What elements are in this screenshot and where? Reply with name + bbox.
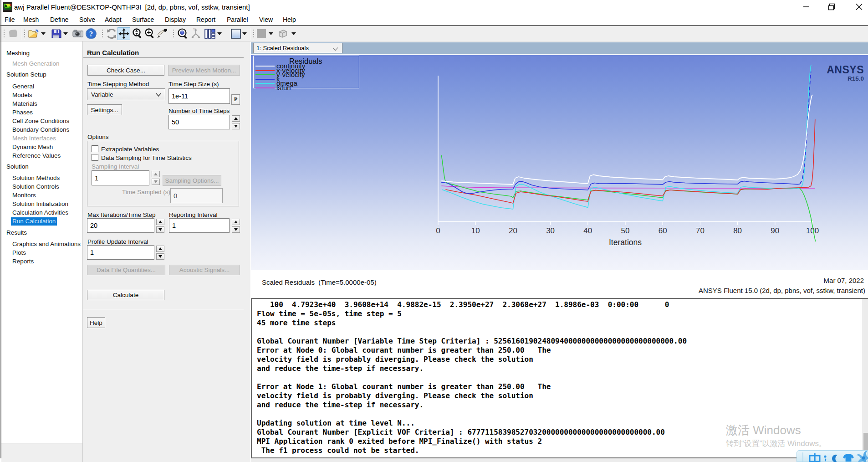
series-continuity — [441, 95, 812, 185]
ime-flower-icon[interactable] — [856, 451, 868, 462]
profile-update-interval-input[interactable]: 1 — [87, 245, 154, 260]
sidebar-item-mesh-generation[interactable]: Mesh Generation — [12, 60, 60, 68]
restore-button[interactable] — [818, 0, 839, 14]
sidebar-item-plots[interactable]: Plots — [12, 249, 26, 257]
toolbar-grip[interactable] — [3, 29, 5, 39]
profile-p-button[interactable]: P — [231, 94, 240, 105]
sampling-options-button[interactable]: Sampling Options... — [163, 175, 221, 186]
axes-orient-icon[interactable]: Y — [190, 28, 202, 40]
ime-punct-icon[interactable] — [824, 455, 826, 462]
graphics-canvas[interactable]: 0102030405060708090100Iterations Residua… — [251, 55, 868, 270]
spin-up-button[interactable] — [152, 171, 160, 177]
snapshot-camera-icon[interactable] — [72, 28, 84, 40]
sidebar-item-mesh-interfaces[interactable]: Mesh Interfaces — [12, 134, 56, 143]
graphics-window-selector[interactable]: 1: Scaled Residuals — [253, 43, 342, 53]
open-dropdown-caret[interactable] — [41, 32, 46, 35]
spin-up-button[interactable] — [156, 219, 164, 225]
zoom-in-icon[interactable] — [144, 28, 156, 40]
sidebar-item-models[interactable]: Models — [12, 91, 32, 99]
refresh-icon[interactable] — [106, 28, 117, 40]
menu-surface[interactable]: Surface — [132, 15, 154, 24]
shade-dropdown-caret[interactable] — [269, 32, 273, 35]
spin-down-button[interactable] — [152, 179, 160, 185]
sidebar-item-solution-initialization[interactable]: Solution Initialization — [12, 200, 68, 208]
menu-parallel[interactable]: Parallel — [227, 15, 248, 24]
menu-display[interactable]: Display — [165, 15, 186, 24]
sidebar-item-run-calculation[interactable]: Run Calculation — [11, 217, 57, 226]
menu-file[interactable]: File — [5, 15, 15, 24]
save-icon[interactable] — [51, 28, 62, 40]
menu-adapt[interactable]: Adapt — [105, 15, 122, 24]
sidebar-item-graphics-and-animations[interactable]: Graphics and Animations — [12, 240, 81, 248]
toolbar-grip[interactable] — [173, 29, 174, 39]
menu-view[interactable]: View — [259, 15, 273, 24]
toolbar-separator — [250, 28, 250, 40]
time-step-size-input[interactable]: 1e-11 — [168, 88, 230, 104]
menu-report[interactable]: Report — [196, 15, 215, 24]
pan-tool-active[interactable] — [117, 27, 130, 40]
ime-moon-icon[interactable] — [831, 453, 840, 462]
help-icon[interactable]: ? — [85, 28, 97, 40]
spin-down-button[interactable] — [156, 253, 164, 260]
sidebar-item-solution-methods[interactable]: Solution Methods — [12, 174, 60, 182]
ime-lang-icon[interactable] — [810, 453, 820, 462]
max-iterations-input[interactable]: 20 — [87, 218, 154, 233]
data-sampling-checkbox[interactable] — [92, 154, 98, 161]
sidebar-item-calculation-activities[interactable]: Calculation Activities — [12, 209, 68, 217]
cube-dropdown-caret[interactable] — [291, 32, 296, 35]
calculate-button[interactable]: Calculate — [87, 290, 164, 300]
check-case-button[interactable]: Check Case... — [87, 65, 164, 76]
toolbar-grip[interactable] — [253, 29, 255, 39]
menu-mesh[interactable]: Mesh — [23, 15, 39, 24]
background-gradient-icon[interactable] — [230, 28, 242, 40]
menu-define[interactable]: Define — [50, 15, 68, 24]
solid-shade-icon[interactable] — [255, 28, 267, 40]
console-scrollbar[interactable] — [863, 299, 868, 457]
help-button[interactable]: Help — [87, 317, 105, 328]
toolbar-grip[interactable] — [24, 29, 26, 39]
view-cube-icon[interactable] — [276, 28, 288, 40]
zoom-to-fit-icon[interactable] — [177, 28, 189, 40]
spin-down-button[interactable] — [232, 226, 240, 233]
open-folder-icon[interactable] — [28, 28, 40, 40]
sidebar-item-solution-controls[interactable]: Solution Controls — [12, 183, 59, 191]
sidebar-item-materials[interactable]: Materials — [12, 100, 37, 108]
toolbar-grip[interactable] — [102, 29, 103, 39]
preview-mesh-motion-button[interactable]: Preview Mesh Motion... — [168, 65, 240, 76]
mesh-disabled-icon[interactable] — [7, 28, 19, 40]
spin-up-button[interactable] — [156, 246, 164, 252]
spin-down-button[interactable] — [156, 226, 164, 233]
ime-toolbar[interactable] — [797, 450, 868, 462]
zoom-dolly-icon[interactable] — [132, 28, 143, 40]
spin-up-button[interactable] — [232, 219, 240, 225]
background-dropdown-caret[interactable] — [242, 32, 247, 35]
sidebar-item-cell-zone-conditions[interactable]: Cell Zone Conditions — [12, 117, 69, 125]
reporting-interval-input[interactable]: 1 — [169, 218, 230, 233]
extrapolate-variables-checkbox[interactable] — [92, 145, 98, 152]
sampling-interval-input[interactable]: 1 — [92, 170, 149, 185]
save-dropdown-caret[interactable] — [63, 32, 68, 35]
probe-pen-icon[interactable] — [156, 28, 168, 40]
acoustic-signals-button[interactable]: Acoustic Signals... — [169, 265, 240, 275]
sidebar-item-monitors[interactable]: Monitors — [12, 191, 36, 200]
minimize-button[interactable] — [793, 0, 814, 14]
ime-skin-icon[interactable] — [843, 454, 854, 462]
sidebar-item-reference-values[interactable]: Reference Values — [12, 152, 61, 160]
menu-solve[interactable]: Solve — [79, 15, 95, 24]
sidebar-item-reports[interactable]: Reports — [12, 257, 34, 266]
data-file-quantities-button[interactable]: Data File Quantities... — [87, 265, 165, 275]
layout-panels-icon[interactable] — [204, 28, 215, 40]
menu-help[interactable]: Help — [283, 15, 296, 24]
sidebar-item-dynamic-mesh[interactable]: Dynamic Mesh — [12, 143, 53, 151]
sidebar-item-phases[interactable]: Phases — [12, 108, 33, 117]
time-stepping-method-select[interactable]: Variable — [87, 88, 165, 100]
layout-dropdown-caret[interactable] — [217, 32, 222, 35]
sidebar-item-general[interactable]: General — [12, 82, 34, 91]
number-of-time-steps-input[interactable]: 50 — [168, 115, 230, 129]
time-sampled-input[interactable]: 0 — [170, 188, 223, 203]
settings-button[interactable]: Settings... — [87, 104, 122, 115]
close-button[interactable] — [846, 0, 867, 14]
spin-down-button[interactable] — [232, 123, 240, 129]
sidebar-item-boundary-conditions[interactable]: Boundary Conditions — [12, 126, 69, 134]
spin-up-button[interactable] — [232, 115, 240, 122]
